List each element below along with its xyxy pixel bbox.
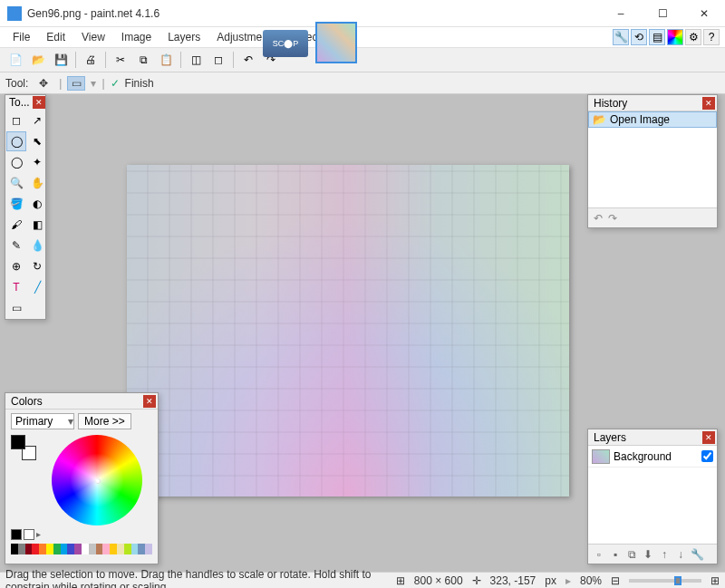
crop-icon[interactable]: ◫ [186, 50, 206, 70]
deselect-icon[interactable]: ◻ [208, 50, 228, 70]
color-palette[interactable] [11, 544, 152, 554]
toggle-tools-icon[interactable]: 🔧 [613, 29, 629, 45]
undo-all-icon[interactable]: ↶ [594, 212, 603, 225]
move-down-icon[interactable]: ↓ [673, 547, 688, 562]
tool-move-selection[interactable]: ↗ [27, 111, 47, 130]
delete-layer-icon[interactable]: ▪ [608, 547, 623, 562]
tool-color-pick[interactable]: 💧 [27, 236, 47, 255]
copy-icon[interactable]: ⧉ [133, 50, 153, 70]
palette-color[interactable] [18, 544, 25, 554]
redo-all-icon[interactable]: ↷ [608, 212, 617, 225]
toggle-colors-icon[interactable] [667, 29, 683, 45]
menu-file[interactable]: File [5, 29, 37, 45]
close-button[interactable]: ✕ [683, 0, 725, 27]
history-item[interactable]: 📂 Open Image [588, 111, 717, 128]
cut-icon[interactable]: ✂ [111, 50, 130, 70]
settings-icon[interactable]: ⚙ [685, 29, 701, 45]
palette-color[interactable] [61, 544, 68, 554]
menu-edit[interactable]: Edit [39, 29, 72, 45]
tool-fill[interactable]: 🪣 [6, 194, 26, 214]
move-up-icon[interactable]: ↑ [657, 547, 672, 562]
zoom-out-icon[interactable]: ⊟ [611, 574, 620, 587]
history-panel-header[interactable]: History ✕ [588, 95, 717, 111]
palette-color[interactable] [32, 544, 39, 554]
duplicate-layer-icon[interactable]: ⧉ [624, 547, 639, 562]
palette-color[interactable] [53, 544, 61, 554]
tool-move-pixels[interactable]: ⬉ [27, 131, 47, 151]
tool-line[interactable]: ╱ [27, 277, 47, 297]
document-thumbnail[interactable] [315, 22, 357, 63]
open-icon[interactable]: 📂 [28, 50, 48, 70]
tool-eraser[interactable]: ◧ [27, 215, 47, 235]
canvas[interactable] [127, 165, 569, 496]
mini-swatch-black[interactable] [11, 529, 22, 540]
finish-button[interactable]: Finish [125, 77, 154, 90]
palette-color[interactable] [25, 544, 33, 554]
layers-panel-header[interactable]: Layers ✕ [588, 429, 717, 446]
tool-ellipse-select[interactable]: ◯ [6, 152, 26, 172]
palette-color[interactable] [110, 544, 117, 554]
tool-rect-select[interactable]: ◻ [6, 111, 26, 130]
menu-layers[interactable]: Layers [160, 29, 208, 45]
palette-color[interactable] [124, 544, 131, 554]
palette-color[interactable] [11, 544, 18, 554]
palette-color[interactable] [138, 544, 145, 554]
status-zoom[interactable]: 80% [580, 574, 602, 587]
palette-color[interactable] [117, 544, 124, 554]
palette-color[interactable] [89, 544, 96, 554]
palette-color[interactable] [131, 544, 139, 554]
color-wheel-cursor[interactable] [95, 478, 101, 484]
minimize-button[interactable]: – [600, 0, 642, 27]
maximize-button[interactable]: ☐ [642, 0, 683, 27]
status-unit[interactable]: px [545, 574, 556, 587]
color-mode-dropdown[interactable]: Primary ▾ [11, 413, 74, 429]
palette-color[interactable] [82, 544, 89, 554]
layer-visible-checkbox[interactable] [701, 450, 713, 462]
color-wheel[interactable] [52, 435, 142, 525]
shape-dropdown[interactable]: ▭ [67, 76, 85, 91]
tool-move-icon[interactable]: ✥ [34, 73, 53, 93]
tools-panel-close-icon[interactable]: ✕ [33, 96, 45, 109]
tool-pencil[interactable]: ✎ [6, 236, 26, 255]
tool-gradient[interactable]: ◐ [27, 194, 47, 214]
palette-color[interactable] [46, 544, 53, 554]
tools-panel-header[interactable]: To... ✕ [5, 95, 45, 110]
menu-image[interactable]: Image [114, 29, 159, 45]
paste-icon[interactable]: 📋 [156, 50, 176, 70]
tool-pan[interactable]: ✋ [27, 173, 47, 193]
zoom-slider[interactable] [629, 579, 701, 583]
color-swatch-pair[interactable] [11, 435, 36, 460]
menu-view[interactable]: View [74, 29, 112, 45]
zoom-in-icon[interactable]: ⊞ [710, 574, 720, 587]
colors-panel-close-icon[interactable]: ✕ [143, 395, 156, 408]
save-icon[interactable]: 💾 [51, 50, 71, 70]
tool-text[interactable]: T [6, 277, 26, 297]
tool-recolor[interactable]: ↻ [27, 256, 47, 276]
palette-color[interactable] [145, 544, 152, 554]
tool-brush[interactable]: 🖌 [6, 215, 26, 235]
tool-shapes[interactable]: ▭ [6, 298, 26, 318]
merge-down-icon[interactable]: ⬇ [641, 547, 655, 562]
palette-color[interactable] [96, 544, 103, 554]
print-icon[interactable]: 🖨 [81, 50, 101, 70]
layer-properties-icon[interactable]: 🔧 [690, 547, 704, 562]
undo-icon[interactable]: ↶ [238, 50, 258, 70]
tool-lasso[interactable]: ◯ [6, 131, 26, 151]
palette-color[interactable] [74, 544, 82, 554]
more-button[interactable]: More >> [78, 413, 131, 429]
colors-panel-header[interactable]: Colors ✕ [5, 393, 158, 410]
palette-color[interactable] [102, 544, 110, 554]
tool-zoom[interactable]: 🔍 [6, 173, 26, 193]
tool-wand[interactable]: ✦ [27, 152, 47, 172]
add-layer-icon[interactable]: ▫ [592, 547, 606, 562]
help-icon[interactable]: ? [703, 29, 720, 45]
palette-color[interactable] [67, 544, 74, 554]
layers-panel-close-icon[interactable]: ✕ [702, 431, 715, 444]
toggle-layers-icon[interactable]: ▤ [649, 29, 665, 45]
tool-clone[interactable]: ⊕ [6, 256, 26, 276]
new-icon[interactable]: 📄 [5, 50, 25, 70]
history-panel-close-icon[interactable]: ✕ [702, 97, 715, 110]
toggle-history-icon[interactable]: ⟲ [631, 29, 647, 45]
primary-color-swatch[interactable] [11, 435, 25, 449]
layer-item[interactable]: Background [588, 446, 717, 468]
